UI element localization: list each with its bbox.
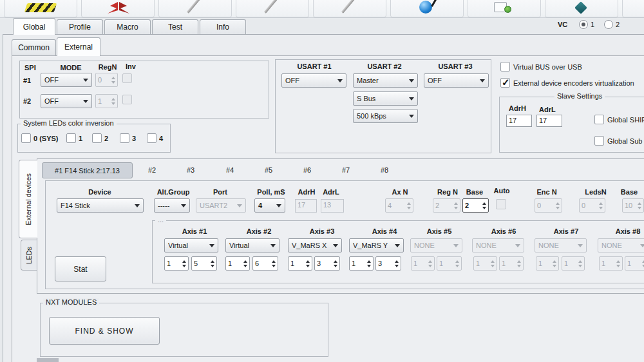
axis3-spinner-b[interactable]: 3 <box>314 256 340 271</box>
vc-radio-1[interactable] <box>579 20 588 29</box>
chevron-down-icon <box>409 79 414 82</box>
vc-radio-2-label: 2 <box>616 21 620 28</box>
dd-value: OFF <box>44 76 59 84</box>
axn-col-label: Ax N <box>392 188 408 196</box>
encoders-virtualization-checkbox[interactable] <box>500 78 510 88</box>
toolbar-button-9[interactable] <box>622 0 644 17</box>
subtab-external[interactable]: External <box>57 37 100 56</box>
dd-value: OFF <box>285 77 299 84</box>
spinner-arrows[interactable] <box>367 260 371 267</box>
toolbar-button-6[interactable] <box>390 0 464 17</box>
device-tab-5[interactable]: #5 <box>265 166 272 174</box>
usart1-mode-dropdown[interactable]: OFF <box>281 73 346 88</box>
spi2-mode-dropdown[interactable]: OFF <box>41 94 92 108</box>
axis4-dropdown[interactable]: V_MaRS Y <box>349 238 404 252</box>
sidetab-leds[interactable]: LEDs <box>21 240 37 271</box>
toolbar-button-5[interactable] <box>313 0 386 17</box>
axis3-spinner-a[interactable]: 1 <box>288 256 312 271</box>
dd-value: OFF <box>44 97 59 105</box>
global-shift-checkbox[interactable] <box>594 115 604 124</box>
usart2-protocol-dropdown[interactable]: S Bus <box>353 91 418 106</box>
device-dropdown[interactable]: F14 Stick <box>57 198 144 213</box>
field-value: 17 <box>298 201 305 209</box>
subtab-label: Common <box>18 43 50 52</box>
device-tab-1-selected[interactable]: #1 F14 Stick 2:17.13 <box>42 162 133 178</box>
chevron-down-icon <box>453 244 459 247</box>
spin-value: 1 <box>601 260 605 267</box>
global-sub-checkbox[interactable] <box>594 136 604 146</box>
toolbar-button-2[interactable] <box>81 0 155 17</box>
axis1-spinner-b[interactable]: 5 <box>191 256 217 271</box>
spi2-label: #2 <box>23 97 31 105</box>
poll-dropdown[interactable]: 4 <box>254 198 285 213</box>
axis2-spinner-b[interactable]: 6 <box>252 256 278 271</box>
chevron-down-icon <box>395 244 400 247</box>
spinner-arrows[interactable] <box>243 260 247 267</box>
axis5-dropdown: NONE <box>410 238 462 252</box>
device-tab-4[interactable]: #4 <box>226 166 234 174</box>
find-and-show-button[interactable]: FIND & SHOW <box>49 317 160 345</box>
spin-value: 1 <box>538 260 542 267</box>
subtab-common[interactable]: Common <box>12 39 56 55</box>
spinner-arrows[interactable] <box>334 260 337 267</box>
stat-button[interactable]: Stat <box>55 256 106 281</box>
dd-value: 500 kBps <box>357 112 386 120</box>
led-inv-2-checkbox[interactable] <box>92 133 102 143</box>
usart3-mode-dropdown[interactable]: OFF <box>424 73 489 88</box>
virtual-bus-label: Virtual BUS over USB <box>513 63 582 71</box>
tab-info[interactable]: Info <box>200 19 246 34</box>
tab-global[interactable]: Global <box>13 18 55 35</box>
spin-value: 1 <box>476 260 480 267</box>
axis1-spinner-a[interactable]: 1 <box>164 256 189 271</box>
spinner-arrows[interactable] <box>211 260 214 267</box>
axis8-spinner-b: 1 <box>625 256 644 271</box>
device-tab-3[interactable]: #3 <box>187 166 194 174</box>
toolbar-button-3[interactable] <box>158 0 232 17</box>
device-tab-8[interactable]: #8 <box>381 166 388 174</box>
chevron-down-icon <box>237 204 242 207</box>
axis2-spinner-a[interactable]: 1 <box>225 256 250 271</box>
red-arrows-icon <box>106 1 131 15</box>
spinner-arrows[interactable] <box>182 260 186 267</box>
spinner-arrows[interactable] <box>395 260 399 267</box>
spi1-mode-dropdown[interactable]: OFF <box>41 73 92 87</box>
usart2-mode-dropdown[interactable]: Master <box>353 73 418 88</box>
joystick-ball-icon <box>419 1 432 14</box>
led-inv-1-checkbox[interactable] <box>66 133 76 143</box>
led-inv-3-checkbox[interactable] <box>120 133 129 143</box>
chevron-down-icon <box>640 244 644 247</box>
toolbar-button-8[interactable] <box>545 0 618 17</box>
base-spinner[interactable]: 2 <box>462 198 489 213</box>
toolbar-button-1[interactable] <box>4 0 77 17</box>
spinner-arrows <box>638 202 641 209</box>
spinner-arrows[interactable] <box>482 202 486 209</box>
device-tab-2[interactable]: #2 <box>148 166 156 174</box>
axis1-dropdown[interactable]: Virtual <box>164 238 218 252</box>
device-tab-6[interactable]: #6 <box>303 166 311 174</box>
led-inv-0-checkbox[interactable] <box>21 133 31 143</box>
axis2-dropdown[interactable]: Virtual <box>225 238 279 252</box>
altgroup-dropdown[interactable]: ----- <box>154 198 190 213</box>
spinner-arrows[interactable] <box>272 260 276 267</box>
toolbar-button-4[interactable] <box>236 0 309 17</box>
device-tab-7[interactable]: #7 <box>342 166 350 174</box>
tab-test[interactable]: Test <box>152 19 198 34</box>
poll-col-label: Poll, mS <box>257 188 285 196</box>
tab-macro[interactable]: Macro <box>104 19 151 34</box>
slave-adrh-field[interactable]: 17 <box>506 115 532 127</box>
axis4-spinner-b[interactable]: 3 <box>375 256 401 271</box>
virtual-bus-checkbox[interactable] <box>500 62 510 71</box>
spinner-arrows <box>111 77 115 84</box>
axis3-dropdown[interactable]: V_MaRS X <box>288 238 342 252</box>
auto-checkbox <box>496 199 506 209</box>
led-inv-4-checkbox[interactable] <box>147 133 156 143</box>
hazard-stripes-icon <box>24 3 57 12</box>
slave-adrl-field[interactable]: 17 <box>536 115 562 127</box>
toolbar-button-7[interactable] <box>468 0 541 17</box>
axis4-spinner-a[interactable]: 1 <box>349 256 374 271</box>
usart2-baudrate-dropdown[interactable]: 500 kBps <box>353 109 418 123</box>
sidetab-external-devices[interactable]: External devices <box>19 160 37 238</box>
vc-radio-2[interactable] <box>604 20 613 29</box>
spinner-arrows[interactable] <box>306 260 310 267</box>
tab-profile[interactable]: Profile <box>57 19 103 34</box>
